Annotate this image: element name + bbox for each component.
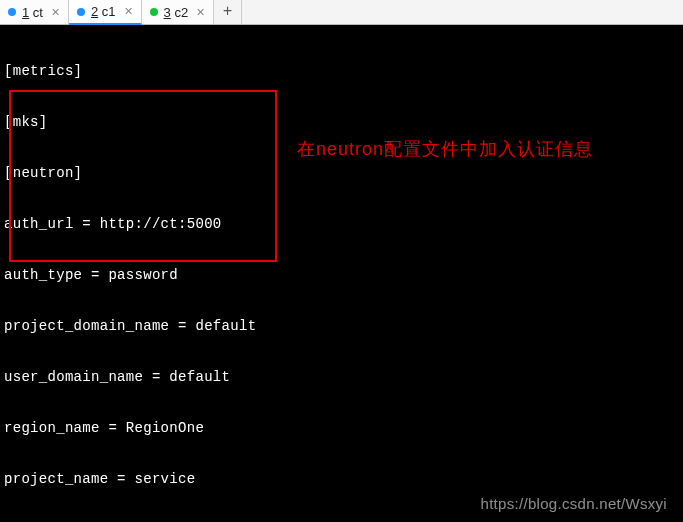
close-icon[interactable]: ✕: [124, 5, 133, 18]
close-icon[interactable]: ✕: [196, 6, 205, 19]
tab-3[interactable]: 3 c2 ✕: [142, 0, 215, 24]
annotation-text: 在neutron配置文件中加入认证信息: [297, 141, 593, 158]
terminal-output[interactable]: [metrics] [mks] [neutron] auth_url = htt…: [0, 25, 683, 522]
tab-label: 2 c1: [91, 4, 116, 19]
terminal-line: auth_url = http://ct:5000: [4, 216, 681, 233]
tab-bar: 1 ct ✕ 2 c1 ✕ 3 c2 ✕ +: [0, 0, 683, 25]
tab-label: 1 ct: [22, 5, 43, 20]
status-dot-icon: [8, 8, 16, 16]
terminal-line: [metrics]: [4, 63, 681, 80]
terminal-line: [neutron]: [4, 165, 681, 182]
watermark: https://blog.csdn.net/Wsxyi: [480, 495, 667, 512]
tab-2[interactable]: 2 c1 ✕: [69, 0, 142, 25]
status-dot-icon: [77, 8, 85, 16]
terminal-line: project_domain_name = default: [4, 318, 681, 335]
terminal-line: region_name = RegionOne: [4, 420, 681, 437]
terminal-line: auth_type = password: [4, 267, 681, 284]
tab-label: 3 c2: [164, 5, 189, 20]
close-icon[interactable]: ✕: [51, 6, 60, 19]
terminal-line: project_name = service: [4, 471, 681, 488]
status-dot-icon: [150, 8, 158, 16]
terminal-line: [mks]: [4, 114, 681, 131]
add-tab-button[interactable]: +: [214, 0, 242, 24]
tab-1[interactable]: 1 ct ✕: [0, 0, 69, 24]
terminal-line: user_domain_name = default: [4, 369, 681, 386]
